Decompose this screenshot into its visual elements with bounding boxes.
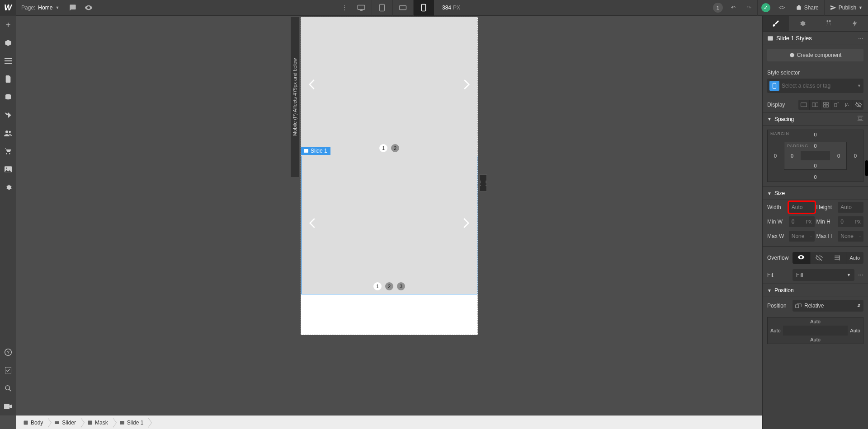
tab-style[interactable] (763, 16, 789, 31)
audit-icon[interactable] (0, 361, 16, 379)
slider-dot[interactable]: 3 (397, 282, 405, 290)
pos-right[interactable]: Auto (850, 328, 860, 333)
help-icon[interactable]: ? (0, 343, 16, 361)
slider-prev-arrow[interactable] (302, 214, 324, 237)
spacing-editor[interactable]: MARGIN 0 0 0 0 PADDING 0 0 0 0 (767, 130, 863, 182)
display-block-icon[interactable] (798, 100, 809, 110)
navigator-icon[interactable] (0, 52, 16, 70)
margin-bottom[interactable]: 0 (814, 174, 816, 180)
overflow-visible-icon[interactable] (793, 252, 810, 264)
slider-dot[interactable]: 1 (379, 144, 387, 152)
pos-top[interactable]: Auto (810, 319, 821, 324)
maxw-input[interactable]: None- (789, 231, 815, 242)
padding-left[interactable]: 0 (791, 153, 793, 159)
symbols-icon[interactable] (0, 34, 16, 52)
maxh-input[interactable]: None- (838, 231, 863, 242)
slider-2-slide-1[interactable]: Slide 1 1 2 3 (301, 156, 477, 294)
class-input[interactable] (782, 83, 855, 89)
position-section-header[interactable]: ▼ Position (763, 284, 868, 297)
crumb-slider[interactable]: Slider (47, 416, 80, 429)
publish-button[interactable]: Publish ▼ (825, 0, 868, 16)
style-selector[interactable]: ▼ (767, 79, 863, 93)
margin-right[interactable]: 0 (854, 153, 857, 159)
breakpoint-chip-icon[interactable] (769, 81, 779, 91)
viewport-tablet[interactable] (372, 0, 392, 16)
display-buttons: |A (798, 100, 863, 110)
share-button[interactable]: Share (790, 0, 824, 16)
minh-input[interactable]: 0PX (838, 216, 863, 227)
crumb-mask[interactable]: Mask (80, 416, 113, 429)
preview-icon[interactable] (80, 0, 96, 16)
changes-badge[interactable]: 1 (713, 3, 723, 13)
minw-input[interactable]: 0PX (789, 216, 815, 227)
fit-select[interactable]: Fill ▼ (793, 269, 854, 281)
pages-icon[interactable] (0, 70, 16, 88)
undo-icon[interactable]: ↶ (726, 0, 741, 16)
spacing-section-header[interactable]: ▼ Spacing (763, 112, 868, 126)
overflow-hidden-icon[interactable] (810, 252, 828, 264)
position-anchor-editor[interactable]: Auto Auto Auto Auto (767, 317, 863, 344)
code-export-icon[interactable]: <> (774, 0, 790, 16)
overflow-scroll-icon[interactable] (828, 252, 846, 264)
svg-rect-3 (422, 5, 426, 11)
slider-dot[interactable]: 2 (391, 144, 399, 152)
viewport-mobile-landscape[interactable] (392, 0, 413, 16)
slider-prev-arrow[interactable] (301, 75, 324, 98)
status-check-icon[interactable]: ✓ (761, 3, 770, 12)
viewport-width[interactable]: 384 PX (434, 5, 468, 11)
search-icon[interactable] (0, 379, 16, 397)
crumb-body[interactable]: Body (16, 416, 47, 429)
margin-left[interactable]: 0 (774, 153, 777, 159)
tab-effects[interactable] (842, 16, 868, 31)
size-section-header[interactable]: ▼ Size (763, 187, 868, 200)
pos-bottom[interactable]: Auto (810, 337, 821, 342)
more-icon[interactable]: ⋮ (338, 0, 351, 16)
padding-bottom[interactable]: 0 (814, 163, 816, 168)
scrollbar-thumb[interactable] (865, 160, 868, 176)
tab-interactions[interactable] (816, 16, 842, 31)
crumb-slide[interactable]: Slide 1 (113, 416, 148, 429)
fit-more-icon[interactable]: ⋯ (858, 272, 863, 278)
slider-next-arrow[interactable] (454, 214, 477, 237)
width-input[interactable]: Auto- (789, 202, 815, 213)
add-element-icon[interactable] (0, 16, 16, 34)
ecommerce-icon[interactable] (0, 106, 16, 124)
cart-icon[interactable] (0, 142, 16, 160)
canvas-resize-handle[interactable]: ⋮⋮ (479, 174, 487, 191)
height-input[interactable]: Auto- (838, 202, 863, 213)
slider-next-arrow[interactable] (455, 75, 477, 98)
display-none-icon[interactable] (853, 100, 863, 110)
panel-more-icon[interactable]: ⋯ (858, 35, 863, 42)
assets-icon[interactable] (0, 160, 16, 178)
margin-top[interactable]: 0 (814, 132, 816, 137)
cms-icon[interactable] (0, 88, 16, 106)
display-grid-icon[interactable] (820, 100, 831, 110)
spacing-expand-icon[interactable] (857, 116, 863, 122)
padding-top[interactable]: 0 (814, 143, 816, 149)
pos-left[interactable]: Auto (770, 328, 781, 333)
svg-rect-27 (812, 103, 815, 107)
selection-tag[interactable]: Slide 1 (301, 147, 330, 155)
users-icon[interactable] (0, 124, 16, 142)
canvas[interactable]: Mobile (P) Affects 479px and below ⋮⋮ 1 … (16, 16, 762, 415)
redo-icon[interactable]: ↷ (741, 0, 757, 16)
slider-dot[interactable]: 2 (385, 282, 393, 290)
overflow-auto-button[interactable]: Auto (846, 252, 864, 264)
viewport-mobile-portrait[interactable] (413, 0, 434, 16)
webflow-logo[interactable]: W (0, 0, 16, 16)
device-frame: Mobile (P) Affects 479px and below ⋮⋮ 1 … (301, 17, 478, 335)
display-inline-icon[interactable]: |A (842, 100, 853, 110)
slider-1[interactable]: 1 2 (301, 17, 477, 156)
video-icon[interactable] (0, 397, 16, 415)
slider-dot[interactable]: 1 (373, 282, 382, 290)
display-inlineblock-icon[interactable] (831, 100, 842, 110)
tab-settings[interactable] (789, 16, 815, 31)
create-component-button[interactable]: Create component (767, 49, 863, 61)
comment-icon[interactable] (65, 0, 80, 16)
page-selector[interactable]: Page: Home ▼ (16, 5, 65, 11)
padding-right[interactable]: 0 (837, 153, 840, 159)
position-select[interactable]: Relative ⇵ (793, 300, 863, 312)
settings-icon[interactable] (0, 178, 16, 196)
display-flex-icon[interactable] (809, 100, 820, 110)
viewport-desktop[interactable] (351, 0, 372, 16)
